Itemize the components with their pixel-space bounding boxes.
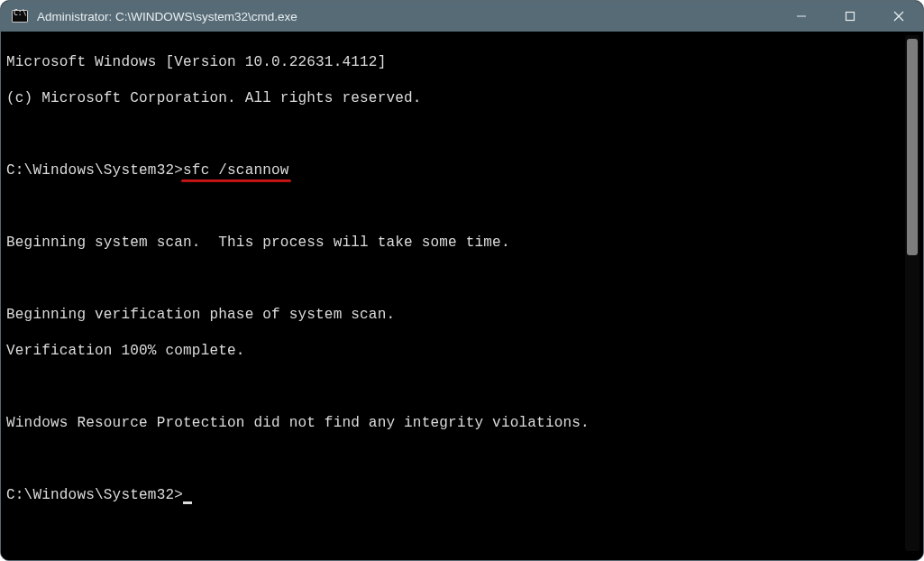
client-area: Microsoft Windows [Version 10.0.22631.41… <box>1 32 923 560</box>
prompt-path: C:\Windows\System32> <box>6 487 183 503</box>
cmd-window: Administrator: C:\WINDOWS\system32\cmd.e… <box>0 0 924 561</box>
typed-command: sfc /scannow <box>183 161 289 179</box>
scrollbar-thumb[interactable] <box>907 39 918 255</box>
output-line: (c) Microsoft Corporation. All rights re… <box>6 89 905 107</box>
minimize-button[interactable] <box>777 1 826 32</box>
text-cursor <box>183 501 192 504</box>
blank-line <box>6 450 905 468</box>
output-line: Beginning system scan. This process will… <box>6 234 905 252</box>
minimize-icon <box>796 11 807 22</box>
blank-line <box>6 198 905 216</box>
titlebar[interactable]: Administrator: C:\WINDOWS\system32\cmd.e… <box>1 1 923 32</box>
maximize-icon <box>845 11 855 22</box>
prompt-line: C:\Windows\System32>sfc /scannow <box>6 161 905 179</box>
output-line: Microsoft Windows [Version 10.0.22631.41… <box>6 53 905 71</box>
output-line: Beginning verification phase of system s… <box>6 306 905 324</box>
output-line: Windows Resource Protection did not find… <box>6 414 905 432</box>
terminal-output[interactable]: Microsoft Windows [Version 10.0.22631.41… <box>6 35 905 551</box>
output-line: Verification 100% complete. <box>6 342 905 360</box>
close-icon <box>893 11 904 22</box>
window-title: Administrator: C:\WINDOWS\system32\cmd.e… <box>37 10 777 23</box>
prompt-path: C:\Windows\System32> <box>6 162 183 179</box>
svg-rect-1 <box>846 13 855 21</box>
blank-line <box>6 270 905 288</box>
vertical-scrollbar[interactable] <box>905 35 919 551</box>
prompt-line: C:\Windows\System32> <box>6 486 905 504</box>
maximize-button[interactable] <box>826 1 874 32</box>
cmd-icon <box>12 10 28 23</box>
blank-line <box>6 378 905 396</box>
close-button[interactable] <box>874 1 923 32</box>
blank-line <box>6 125 905 143</box>
window-controls <box>777 1 923 32</box>
